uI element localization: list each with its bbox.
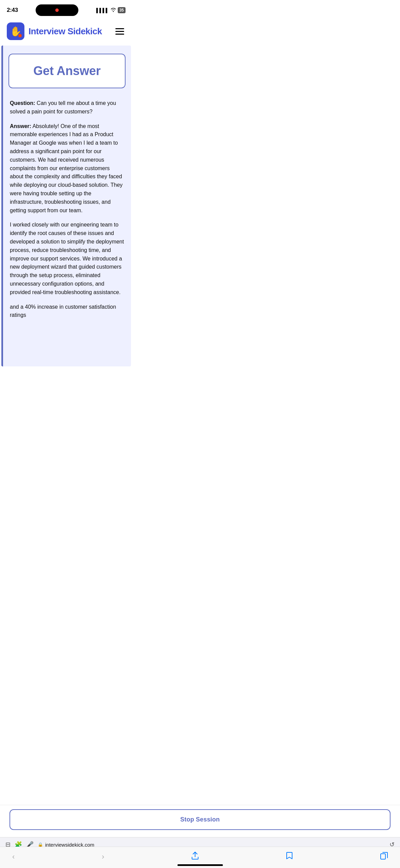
hamburger-line-3 <box>115 34 124 35</box>
main-content: Get Answer Question: Can you tell me abo… <box>1 46 131 366</box>
answer-paragraph-3: and a 40% increase in customer satisfact… <box>10 303 124 320</box>
get-answer-box: Get Answer <box>8 54 126 88</box>
app-title: Interview Sidekick <box>28 26 102 37</box>
dynamic-island <box>36 4 78 16</box>
logo-dot <box>18 34 22 37</box>
app-logo: ✋ <box>7 22 24 40</box>
status-bar: 2:43 ▌▌▌▌ 35 <box>0 0 132 18</box>
status-time: 2:43 <box>7 7 18 14</box>
battery-icon: 35 <box>118 7 126 13</box>
hamburger-line-2 <box>115 31 124 32</box>
status-icons: ▌▌▌▌ 35 <box>96 7 126 13</box>
wifi-icon <box>111 7 116 13</box>
content-text: Question: Can you tell me about a time y… <box>3 96 131 366</box>
hamburger-button[interactable] <box>114 27 126 36</box>
question-label: Question: <box>10 100 35 106</box>
header-left: ✋ Interview Sidekick <box>7 22 102 40</box>
hamburger-line-1 <box>115 28 124 29</box>
signal-icon: ▌▌▌▌ <box>96 8 109 13</box>
answer-paragraph-2: I worked closely with our engineering te… <box>10 221 124 296</box>
question-paragraph: Question: Can you tell me about a time y… <box>10 99 124 116</box>
answer-paragraph-1: Answer: Absolutely! One of the most memo… <box>10 122 124 215</box>
answer-text-1: Absolutely! One of the most memorable ex… <box>10 123 122 213</box>
app-header: ✋ Interview Sidekick <box>0 18 132 46</box>
get-answer-title: Get Answer <box>16 64 118 78</box>
answer-label: Answer: <box>10 123 31 129</box>
camera-dot <box>55 8 59 12</box>
